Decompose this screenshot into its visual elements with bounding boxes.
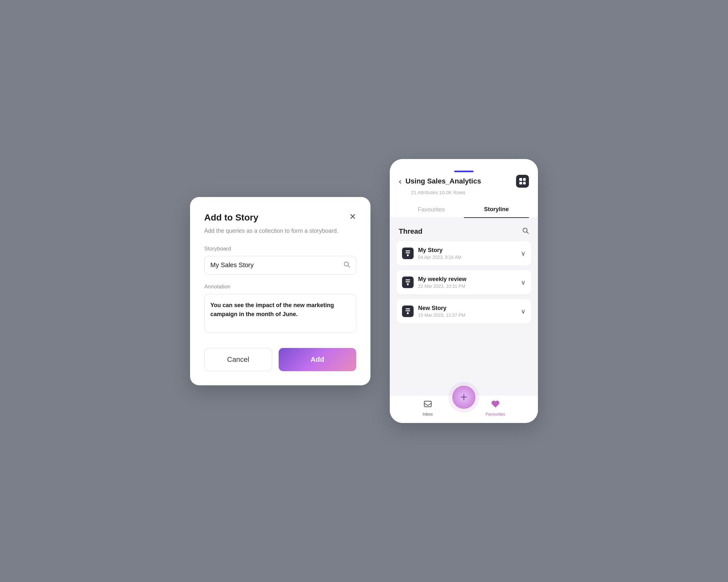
grid-icon-inner [519, 178, 526, 185]
storyboard-input[interactable] [210, 261, 343, 269]
story-date-2: 15 Mar 2023, 12:37 PM [418, 312, 465, 318]
fab-button[interactable]: + [452, 386, 475, 409]
grid-cell [519, 182, 522, 185]
add-to-story-modal: Add to Story ✕ Add the queries as a coll… [190, 197, 370, 385]
tab-bar: Favourites Storyline [390, 200, 538, 218]
thread-search-button[interactable] [522, 227, 529, 236]
phone-title: Using Sales_Analytics [406, 177, 512, 186]
story-line [406, 281, 410, 282]
story-dot [407, 254, 409, 256]
grid-icon[interactable] [516, 175, 529, 188]
tab-indicator-wrap [399, 168, 529, 175]
story-date-1: 22 Mar 2023, 10:31 PM [418, 284, 466, 289]
story-left-2: New Story 15 Mar 2023, 12:37 PM [402, 305, 465, 318]
annotation-box: You can see the impact of the new market… [204, 294, 356, 333]
story-icon-0 [402, 248, 414, 259]
tab-storyline[interactable]: Storyline [464, 200, 529, 218]
search-icon-button[interactable] [343, 261, 350, 270]
svg-line-1 [348, 266, 349, 267]
story-name-2: New Story [418, 305, 465, 312]
close-button[interactable]: ✕ [349, 213, 356, 221]
story-icon-inner-2 [405, 308, 411, 314]
thread-header: Thread [396, 224, 531, 241]
favourites-label: Favourites [486, 412, 505, 417]
fab-icon: + [460, 390, 467, 404]
tab-indicator [454, 171, 473, 172]
chevron-button-1[interactable]: ∨ [521, 278, 526, 286]
add-button[interactable]: Add [279, 348, 356, 371]
storyboard-label: Storyboard [204, 246, 356, 252]
back-button[interactable]: ‹ [399, 176, 402, 186]
phone-bottom-nav: Inbox + Favourites [390, 395, 538, 423]
story-left-1: My weekly review 22 Mar 2023, 10:31 PM [402, 276, 466, 289]
grid-cell [523, 178, 526, 181]
modal-subtitle: Add the queries as a collection to form … [204, 227, 356, 235]
story-dot [407, 312, 409, 314]
modal-buttons: Cancel Add [204, 348, 356, 371]
inbox-label: Inbox [423, 412, 433, 417]
story-dot [407, 283, 409, 285]
story-line [406, 310, 410, 311]
story-item-2[interactable]: New Story 15 Mar 2023, 12:37 PM ∨ [396, 299, 531, 324]
grid-cell [523, 182, 526, 185]
story-info-1: My weekly review 22 Mar 2023, 10:31 PM [418, 276, 466, 289]
modal-title: Add to Story [204, 213, 258, 223]
chevron-button-2[interactable]: ∨ [521, 307, 526, 315]
story-line [406, 250, 410, 251]
story-icon-2 [402, 305, 414, 317]
tab-favourites[interactable]: Favourites [399, 200, 464, 218]
story-line [406, 252, 410, 253]
story-info-2: New Story 15 Mar 2023, 12:37 PM [418, 305, 465, 318]
phone-screen: ‹ Using Sales_Analytics 21 Attributes 10… [390, 159, 538, 423]
nav-inbox[interactable]: Inbox [423, 400, 433, 417]
phone-content: Thread [390, 218, 538, 395]
phone-header: ‹ Using Sales_Analytics 21 Attributes 10… [390, 159, 538, 200]
story-date-0: 04 Apr 2023, 9:24 AM [418, 255, 462, 260]
story-icon-inner-1 [405, 279, 411, 285]
phone-top-row: ‹ Using Sales_Analytics [399, 175, 529, 188]
cancel-button[interactable]: Cancel [204, 348, 272, 371]
story-line [406, 308, 410, 309]
story-icon-1 [402, 277, 414, 288]
phone-subtitle: 21 Attributes 10.0K Rows [411, 190, 529, 195]
story-item-1[interactable]: My weekly review 22 Mar 2023, 10:31 PM ∨ [396, 270, 531, 295]
thread-title: Thread [399, 227, 422, 235]
favourites-icon [491, 400, 500, 410]
svg-line-3 [527, 232, 528, 233]
story-info-0: My Story 04 Apr 2023, 9:24 AM [418, 247, 462, 260]
story-line [406, 279, 410, 280]
screen-container: Add to Story ✕ Add the queries as a coll… [190, 159, 538, 423]
nav-favourites[interactable]: Favourites [486, 400, 505, 417]
story-name-0: My Story [418, 247, 462, 254]
chevron-button-0[interactable]: ∨ [521, 249, 526, 257]
inbox-icon [423, 400, 432, 410]
grid-cell [519, 178, 522, 181]
storyboard-input-wrap [204, 256, 356, 275]
modal-header: Add to Story ✕ [204, 213, 356, 223]
story-item-0[interactable]: My Story 04 Apr 2023, 9:24 AM ∨ [396, 241, 531, 266]
annotation-label: Annotation [204, 284, 356, 290]
story-name-1: My weekly review [418, 276, 466, 283]
story-left-0: My Story 04 Apr 2023, 9:24 AM [402, 247, 462, 260]
story-icon-inner-0 [405, 250, 411, 256]
annotation-text: You can see the impact of the new market… [210, 302, 334, 318]
